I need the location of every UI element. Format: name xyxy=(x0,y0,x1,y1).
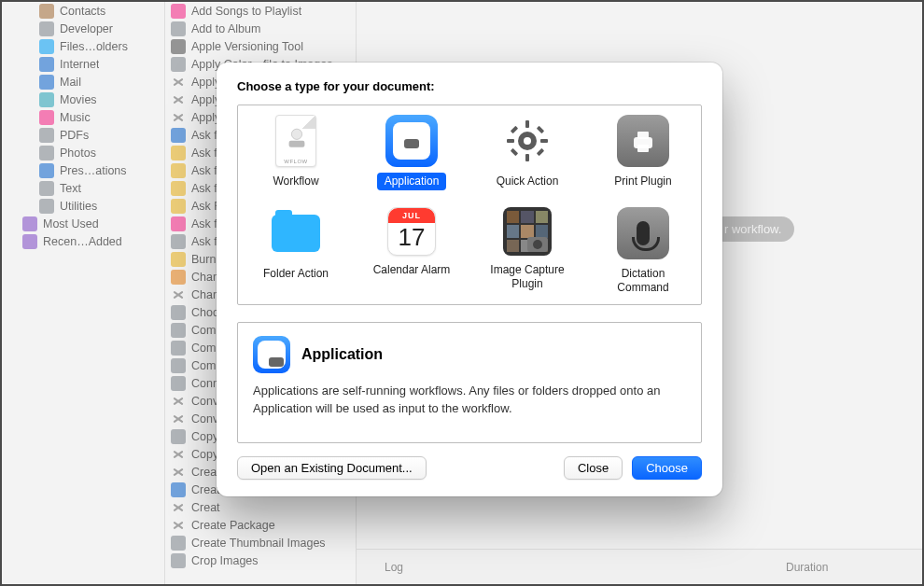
action-label: Ask f xyxy=(191,129,217,142)
action-icon xyxy=(171,500,186,515)
action-list-item[interactable]: Crop Images xyxy=(165,551,356,569)
action-label: Create Thumbnail Images xyxy=(191,537,326,550)
action-list-item[interactable]: Create Package xyxy=(165,516,356,534)
folder-icon xyxy=(22,234,37,249)
type-description: Application Applications are self-runnin… xyxy=(237,322,702,443)
action-icon xyxy=(171,323,186,338)
application-icon xyxy=(385,115,438,167)
presentations-icon xyxy=(39,163,54,178)
sidebar-item[interactable]: Developer xyxy=(2,20,164,37)
sidebar-item[interactable]: Files…olders xyxy=(2,37,164,55)
sidebar-item[interactable]: Text xyxy=(2,179,164,197)
files-folders-icon xyxy=(39,39,54,54)
svg-rect-5 xyxy=(507,139,514,143)
action-list-item[interactable]: Create Thumbnail Images xyxy=(165,534,356,551)
sidebar-item[interactable]: Contacts xyxy=(2,2,164,20)
description-text: Applications are self-running workflows.… xyxy=(253,383,686,418)
type-quick-action-label: Quick Action xyxy=(489,173,567,190)
action-label: Copy xyxy=(191,448,218,461)
workflow-icon: WFLOW xyxy=(270,115,322,167)
action-label: Ask f xyxy=(191,235,217,248)
sidebar-item[interactable]: PDFs xyxy=(2,126,164,144)
type-workflow[interactable]: WFLOW Workflow xyxy=(238,109,354,190)
sidebar-item[interactable]: Pres…ations xyxy=(2,161,164,179)
action-label: Creat xyxy=(191,483,220,496)
action-list-item[interactable]: Add to Album xyxy=(165,20,356,37)
developer-icon xyxy=(39,21,54,36)
open-existing-document-button[interactable]: Open an Existing Document... xyxy=(237,456,427,480)
sidebar-item-label: PDFs xyxy=(60,129,89,142)
movies-icon xyxy=(39,92,54,107)
sidebar-item[interactable]: Music xyxy=(2,108,164,126)
folder-icon xyxy=(22,216,37,231)
action-label: Chan xyxy=(191,288,219,301)
action-label: Apple Versioning Tool xyxy=(191,40,303,53)
action-icon xyxy=(171,252,186,267)
type-workflow-label: Workflow xyxy=(265,173,326,190)
sidebar-item[interactable]: Utilities xyxy=(2,197,164,215)
type-quick-action[interactable]: Quick Action xyxy=(469,109,585,190)
action-label: Copy xyxy=(191,430,218,443)
sidebar-item-label: Files…olders xyxy=(60,40,128,53)
sidebar-item-label: Text xyxy=(60,182,81,195)
sidebar-item-label: Music xyxy=(60,111,91,124)
action-list-item[interactable]: Add Songs to Playlist xyxy=(165,2,356,20)
action-label: Ask f xyxy=(191,182,217,195)
choose-button[interactable]: Choose xyxy=(632,456,702,480)
description-title: Application xyxy=(301,346,383,363)
log-label: Log xyxy=(357,561,786,574)
svg-rect-10 xyxy=(537,148,544,156)
action-label: Ask f xyxy=(191,146,217,160)
gear-icon xyxy=(501,115,553,167)
sidebar-item-label: Pres…ations xyxy=(60,164,127,177)
action-icon xyxy=(171,412,186,426)
mail-icon xyxy=(39,75,54,90)
action-icon xyxy=(171,234,186,249)
svg-rect-14 xyxy=(637,145,649,152)
sidebar-item[interactable]: Mail xyxy=(2,73,164,91)
type-calendar-alarm[interactable]: JUL 17 Calendar Alarm xyxy=(354,202,469,297)
sidebar-item[interactable]: Internet xyxy=(2,55,164,73)
action-label: Choo xyxy=(191,306,219,319)
action-icon xyxy=(171,270,186,285)
calendar-day: 17 xyxy=(399,223,426,252)
action-label: Add Songs to Playlist xyxy=(191,5,301,18)
svg-point-0 xyxy=(291,129,301,139)
action-icon xyxy=(171,57,186,72)
close-button[interactable]: Close xyxy=(564,456,623,480)
type-folder-action-label: Folder Action xyxy=(256,265,336,283)
action-icon xyxy=(171,4,186,19)
action-list-item[interactable]: Apple Versioning Tool xyxy=(165,37,356,55)
svg-rect-3 xyxy=(525,120,529,128)
action-label: Crop Images xyxy=(191,554,259,567)
sidebar-smart-folder[interactable]: Recen…Added xyxy=(2,232,164,250)
svg-rect-13 xyxy=(637,132,649,139)
type-print-plugin-label: Print Plugin xyxy=(607,173,679,190)
type-print-plugin[interactable]: Print Plugin xyxy=(585,109,701,190)
type-application-label: Application xyxy=(377,173,447,190)
action-label: Ask f xyxy=(191,164,217,177)
contacts-icon xyxy=(39,4,54,19)
svg-rect-7 xyxy=(511,126,518,133)
sidebar-item[interactable]: Movies xyxy=(2,91,164,108)
sidebar-item[interactable]: Photos xyxy=(2,144,164,161)
internet-icon xyxy=(39,57,54,72)
type-dictation-command[interactable]: Dictation Command xyxy=(585,202,701,297)
type-image-capture-plugin[interactable]: Image Capture Plugin xyxy=(469,202,585,297)
sidebar-item-label: Internet xyxy=(60,58,99,71)
action-icon xyxy=(171,21,186,36)
type-folder-action[interactable]: Folder Action xyxy=(238,202,354,297)
calendar-month: JUL xyxy=(388,208,435,223)
choose-document-type-dialog: Choose a type for your document: WFLOW xyxy=(217,63,722,496)
type-application[interactable]: Application xyxy=(354,109,469,190)
pdfs-icon xyxy=(39,128,54,143)
action-icon xyxy=(171,199,186,214)
action-label: Create Package xyxy=(191,519,275,532)
type-image-capture-plugin-label: Image Capture Plugin xyxy=(476,261,579,293)
action-list-item[interactable]: Creat xyxy=(165,498,356,516)
action-icon xyxy=(171,376,186,391)
sidebar-item-label: Developer xyxy=(60,22,113,35)
action-icon xyxy=(171,465,186,480)
sidebar-smart-folder[interactable]: Most Used xyxy=(2,215,164,232)
sidebar-item-label: Contacts xyxy=(60,5,105,18)
